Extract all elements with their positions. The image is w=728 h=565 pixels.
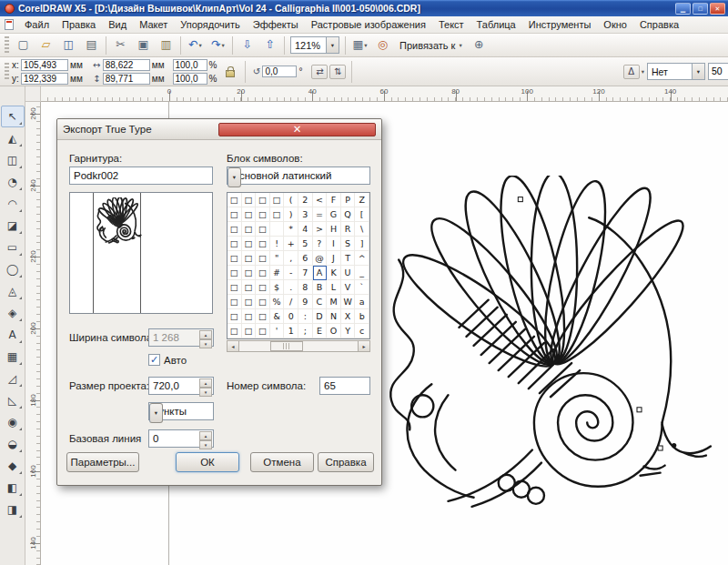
x-position-field[interactable]: 105,493 [21,59,68,71]
char-cell[interactable]: □ [228,280,242,295]
open-icon[interactable]: ▱ [35,35,56,55]
shape-tool[interactable]: ◭ [1,127,25,149]
char-cell[interactable]: & [270,309,285,324]
char-cell[interactable]: □ [228,324,242,338]
char-cell[interactable]: □ [228,266,242,280]
ok-button[interactable]: ОК [176,452,239,472]
char-cell[interactable]: P [341,193,356,207]
symbol-block-combo[interactable]: Основной латинский ▾ [227,166,370,185]
char-cell[interactable]: M [327,295,341,309]
snap-to-dropdown[interactable]: Привязать к▾ [394,36,468,55]
char-cell[interactable]: □ [228,237,242,251]
chevron-down-icon[interactable]: ▾ [199,42,202,49]
cancel-button[interactable]: Отмена [250,452,314,472]
char-cell[interactable]: _ [355,266,369,280]
corel-connect-icon[interactable]: ◎ [372,35,393,55]
char-cell[interactable]: @ [313,251,328,266]
undo-icon[interactable]: ↶▾ [185,35,206,55]
close-button[interactable]: ✕ [710,3,725,15]
char-cell[interactable]: % [270,295,285,309]
paste-icon[interactable]: ▥ [156,35,177,55]
chevron-down-icon[interactable]: ▾ [326,37,339,53]
connector-tool[interactable]: ◺ [1,389,25,411]
crop-tool[interactable]: ◫ [1,149,25,171]
spin-up-icon[interactable]: ▴ [199,330,212,339]
char-cell[interactable]: □ [256,266,270,280]
scale-y-field[interactable]: 100,0 [173,73,207,85]
horizontal-ruler[interactable]: 020406080100120140 [41,86,728,102]
char-cell[interactable]: J [327,251,341,266]
char-cell[interactable]: R [341,222,356,237]
chevron-down-icon[interactable]: ▾ [692,64,704,79]
cut-icon[interactable]: ✂ [110,35,131,55]
export-icon[interactable]: ⇧ [259,35,280,55]
char-cell[interactable]: ? [313,237,328,251]
char-cell[interactable]: - [284,266,298,280]
char-cell[interactable]: □ [256,324,270,338]
char-cell[interactable]: < [313,193,328,207]
outline-pen-tool[interactable]: ◆ [1,455,25,477]
pick-tool[interactable]: ↖ [1,106,25,127]
menu-item[interactable]: Растровые изображения [305,17,432,32]
spin-up-icon[interactable]: ▴ [199,431,212,440]
scrollbar-thumb[interactable] [270,341,303,351]
char-cell[interactable]: 6 [298,251,313,266]
char-cell[interactable]: . [284,280,298,295]
eyedropper-tool[interactable]: ◒ [1,433,25,455]
dimension-tool[interactable]: ◿ [1,368,25,389]
clipped-field[interactable]: 50 [708,63,728,80]
minimize-button[interactable]: ▁ [675,3,691,15]
toolbar-grip[interactable] [5,63,9,81]
char-cell[interactable]: □ [228,251,242,266]
char-cell[interactable]: V [341,280,356,295]
char-cell[interactable]: □ [242,309,257,324]
char-cell[interactable]: Z [355,193,369,207]
print-icon[interactable]: ▤ [81,35,102,55]
ruler-origin-corner[interactable] [25,86,41,102]
object-height-field[interactable]: 89,771 [103,73,150,85]
menu-item[interactable]: Правка [56,17,102,32]
spin-down-icon[interactable]: ▾ [199,440,212,449]
object-width-field[interactable]: 88,622 [103,59,150,71]
document-icon[interactable] [5,19,14,30]
char-cell[interactable]: □ [242,295,257,309]
application-launcher-icon[interactable]: ▦▾ [349,35,370,55]
scroll-left-icon[interactable]: ◂ [228,341,239,351]
char-cell[interactable]: C [313,295,328,309]
maximize-button[interactable]: □ [693,3,708,15]
menu-item[interactable]: Макет [133,17,174,32]
char-cell[interactable]: □ [256,295,270,309]
char-cell[interactable]: # [270,266,285,280]
options-button[interactable]: Параметры... [66,452,139,472]
char-cell[interactable]: F [327,193,341,207]
char-cell[interactable]: 1 [284,324,298,338]
table-tool[interactable]: ▦ [1,346,25,368]
char-cell[interactable]: \ [355,222,369,237]
chevron-down-icon[interactable]: ▾ [642,68,644,76]
char-cell[interactable]: □ [242,207,257,222]
char-cell[interactable]: 9 [298,295,313,309]
char-cell[interactable]: L [327,280,341,295]
char-cell[interactable]: ] [355,237,369,251]
toolbar-grip[interactable] [5,36,9,55]
outline-pen-icon[interactable]: Δ [623,65,640,79]
zoom-level-combo[interactable]: 121%▾ [290,36,339,54]
char-cell[interactable]: □ [270,193,285,207]
char-cell[interactable]: O [327,324,341,338]
char-cell[interactable]: A [313,266,328,280]
char-cell[interactable]: B [313,280,328,295]
char-cell[interactable]: S [341,237,356,251]
char-cell[interactable]: b [355,309,369,324]
char-cell[interactable]: * [284,222,298,237]
help-button[interactable]: Справка [318,452,374,472]
calligraphic-bird-drawing[interactable] [371,176,728,532]
char-cell[interactable]: □ [228,222,242,237]
char-cell[interactable]: N [327,309,341,324]
menu-item[interactable]: Текст [432,17,470,32]
menu-item[interactable]: Упорядочить [174,17,246,32]
char-number-field[interactable]: 65 [319,377,370,395]
char-cell[interactable]: □ [270,207,285,222]
lock-ratio-button[interactable] [226,70,235,77]
char-cell[interactable]: ( [284,193,298,207]
fill-tool[interactable]: ◧ [1,477,25,499]
